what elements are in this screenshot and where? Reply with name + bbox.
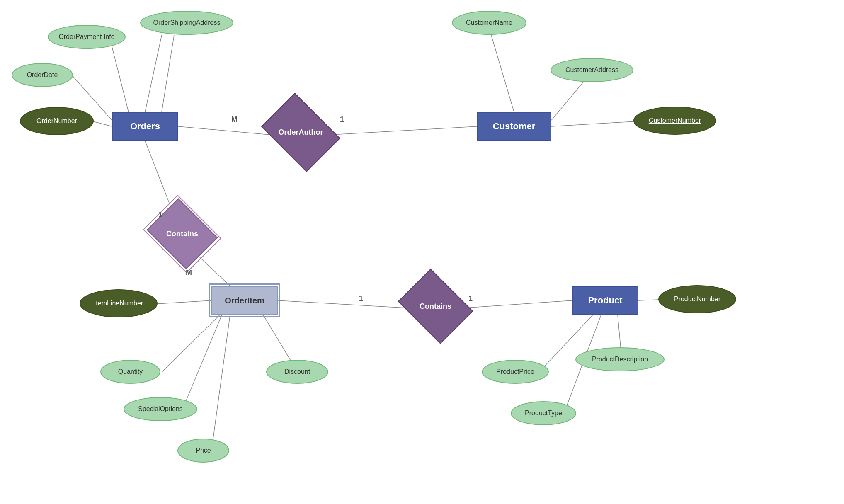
cardinality-m-contains1-bottom: M xyxy=(186,269,192,277)
attr-productnumber: ProductNumber xyxy=(658,285,736,313)
attr-itemlinenumber: ItemLineNumber xyxy=(80,289,158,317)
entity-orders[interactable]: Orders xyxy=(112,112,178,141)
svg-line-4 xyxy=(162,35,174,112)
cardinality-m-orderauthor-left: M xyxy=(231,115,238,124)
svg-line-19 xyxy=(638,300,659,300)
attr-ordernumber: OrderNumber xyxy=(20,107,94,135)
attr-customeraddress: CustomerAddress xyxy=(551,58,633,82)
svg-line-13 xyxy=(162,315,220,372)
attr-customername: CustomerName xyxy=(452,11,526,35)
er-diagram: Orders Customer Product OrderItem OrderA… xyxy=(0,0,844,504)
cardinality-1-contains2-right: 1 xyxy=(468,294,473,303)
connection-lines xyxy=(0,0,844,504)
attr-orderpaymentinfo: OrderPayment Info xyxy=(48,25,126,49)
relationship-contains1[interactable]: Contains xyxy=(154,211,210,256)
svg-line-15 xyxy=(211,315,230,451)
attr-specialoptions: SpecialOptions xyxy=(124,397,197,421)
attr-quantity: Quantity xyxy=(100,360,160,384)
svg-line-12 xyxy=(158,300,211,304)
svg-line-6 xyxy=(332,126,477,135)
svg-line-2 xyxy=(110,39,129,112)
attr-orderdate: OrderDate xyxy=(12,63,73,87)
relationship-orderauthor[interactable]: OrderAuthor xyxy=(269,109,333,156)
svg-line-3 xyxy=(145,35,162,112)
entity-orderitem[interactable]: OrderItem xyxy=(211,286,278,315)
cardinality-1-contains2-left: 1 xyxy=(359,294,363,303)
cardinality-1-orderauthor-right: 1 xyxy=(340,115,344,124)
svg-line-17 xyxy=(278,300,406,308)
svg-line-14 xyxy=(182,315,222,410)
svg-line-9 xyxy=(551,121,634,126)
svg-line-0 xyxy=(93,121,112,126)
svg-line-7 xyxy=(491,35,514,112)
attr-producttype: ProductType xyxy=(511,401,576,425)
attr-customernumber: CustomerNumber xyxy=(633,107,716,135)
attr-productdescription: ProductDescription xyxy=(575,347,665,371)
entity-product[interactable]: Product xyxy=(572,286,638,315)
attr-discount: Discount xyxy=(266,360,328,384)
cardinality-1-contains1-top: 1 xyxy=(158,211,162,219)
relationship-contains2[interactable]: Contains xyxy=(405,283,466,330)
svg-line-18 xyxy=(464,300,572,308)
svg-line-5 xyxy=(178,126,269,135)
attr-price: Price xyxy=(177,439,229,463)
attr-productprice: ProductPrice xyxy=(482,360,549,384)
attr-ordershippingaddress: OrderShippingAddress xyxy=(140,11,233,35)
entity-customer[interactable]: Customer xyxy=(477,112,551,141)
